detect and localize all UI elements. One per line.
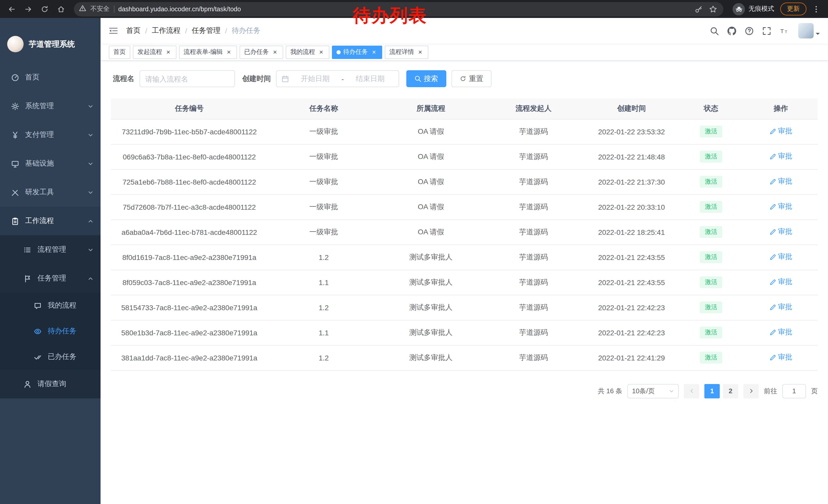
tab-close-icon[interactable]: × [272, 48, 279, 56]
process-name-label: 流程名 [113, 74, 134, 83]
prev-page-button[interactable] [684, 384, 699, 398]
start-date-placeholder[interactable]: 开始日期 [292, 74, 338, 83]
tab-done-task[interactable]: 已办任务× [240, 45, 283, 59]
pencil-icon [769, 354, 776, 361]
sidebar-item-todo-task[interactable]: 待办任务 [0, 318, 100, 344]
tab-label: 已办任务 [244, 48, 269, 56]
page-button-2[interactable]: 2 [723, 384, 738, 398]
forward-icon[interactable] [22, 2, 35, 16]
main-area: 首页/工作流程/任务管理/待办任务 TT 首页发起流程×流程表单-编辑×已办任务… [100, 18, 828, 504]
approve-link[interactable]: 审批 [769, 353, 792, 362]
avatar[interactable] [798, 23, 814, 39]
kebab-menu-icon[interactable] [810, 2, 823, 16]
sidebar-item-label: 我的流程 [48, 301, 76, 310]
search-button[interactable]: 搜索 [406, 70, 446, 87]
tab-form-edit[interactable]: 流程表单-编辑× [179, 45, 237, 59]
font-size-icon[interactable]: TT [777, 24, 791, 38]
sidebar-collapse-icon[interactable] [109, 27, 118, 35]
refresh-icon[interactable] [38, 2, 51, 16]
goto-page-input[interactable] [782, 384, 806, 398]
star-icon[interactable] [708, 4, 718, 14]
sidebar-item-my-process[interactable]: 我的流程 [0, 293, 100, 318]
sidebar-menu: 首页系统管理支付管理基础设施研发工具工作流程流程管理任务管理我的流程待办任务已办… [0, 63, 100, 398]
sidebar-item-label: 任务管理 [37, 274, 66, 283]
sidebar-item-leave-query[interactable]: 请假查询 [0, 370, 100, 398]
process-cell: OA 请假 [380, 119, 482, 144]
approve-link[interactable]: 审批 [769, 202, 792, 212]
filter-form: 流程名 创建时间 开始日期 - 结束日期 搜索 [111, 70, 818, 87]
sidebar-item-system[interactable]: 系统管理 [0, 92, 100, 121]
tab-close-icon[interactable]: × [370, 48, 378, 56]
refresh-icon [460, 75, 466, 82]
app-frame: 芋道管理系统 首页系统管理支付管理基础设施研发工具工作流程流程管理任务管理我的流… [0, 18, 828, 504]
caret-down-icon [816, 33, 820, 37]
tab-home[interactable]: 首页 [109, 45, 130, 59]
next-page-button[interactable] [743, 384, 759, 398]
fullscreen-icon[interactable] [759, 24, 774, 38]
approve-label: 审批 [778, 227, 792, 237]
tab-close-icon[interactable]: × [165, 48, 172, 56]
process-name-input[interactable] [145, 75, 229, 83]
task-name-cell: 一级审批 [268, 194, 380, 220]
tab-process-detail[interactable]: 流程详情× [385, 45, 428, 59]
action-cell: 审批 [744, 169, 818, 194]
starter-cell: 芋道源码 [482, 119, 585, 144]
table-row: 75d72608-7b7f-11ec-a3c8-acde48001122一级审批… [111, 194, 818, 220]
back-icon[interactable] [5, 2, 18, 16]
process-cell: 测试多审批人 [380, 345, 482, 370]
sidebar-item-infrastructure[interactable]: 基础设施 [0, 149, 100, 178]
approve-link[interactable]: 审批 [769, 303, 792, 312]
sidebar-item-payment[interactable]: 支付管理 [0, 121, 100, 149]
question-icon[interactable] [742, 24, 756, 38]
breadcrumb-item[interactable]: 任务管理 [192, 26, 220, 35]
approve-link[interactable]: 审批 [769, 127, 792, 136]
approve-link[interactable]: 审批 [769, 177, 792, 186]
breadcrumb-item[interactable]: 首页 [126, 26, 140, 35]
date-range-field[interactable]: 开始日期 - 结束日期 [276, 70, 399, 87]
process-name-field[interactable] [139, 70, 235, 87]
action-cell: 审批 [744, 295, 818, 320]
sidebar-item-done-task[interactable]: 已办任务 [0, 344, 100, 370]
app-title: 芋道管理系统 [29, 39, 75, 49]
status-cell: 激活 [678, 220, 744, 244]
sidebar-item-devtools[interactable]: 研发工具 [0, 178, 100, 207]
task-id-cell: 73211d9d-7b9b-11ec-b5b7-acde48001122 [111, 119, 268, 144]
approve-label: 审批 [778, 278, 792, 287]
approve-link[interactable]: 审批 [769, 278, 792, 287]
github-icon[interactable] [724, 24, 739, 38]
sidebar-item-workflow[interactable]: 工作流程 [0, 207, 100, 235]
tab-close-icon[interactable]: × [318, 48, 325, 56]
breadcrumb-item[interactable]: 工作流程 [152, 26, 180, 35]
approve-link[interactable]: 审批 [769, 253, 792, 262]
approve-link[interactable]: 审批 [769, 227, 792, 237]
update-button[interactable]: 更新 [780, 3, 806, 15]
tools-icon [10, 188, 19, 196]
page-button-1[interactable]: 1 [704, 384, 720, 398]
chevron-up-icon [88, 276, 93, 281]
sidebar-item-process-mgmt[interactable]: 流程管理 [0, 235, 100, 264]
sidebar-item-label: 研发工具 [25, 188, 54, 197]
search-icon[interactable] [707, 24, 721, 38]
tab-my-process[interactable]: 我的流程× [286, 45, 329, 59]
table-row: 069c6a63-7b8a-11ec-8ef0-acde48001122一级审批… [111, 144, 818, 169]
status-cell: 激活 [678, 295, 744, 320]
tab-close-icon[interactable]: × [225, 48, 233, 56]
sidebar-item-home[interactable]: 首页 [0, 63, 100, 92]
incognito-glyph-icon [735, 5, 743, 13]
approve-link[interactable]: 审批 [769, 152, 792, 161]
home-icon[interactable] [54, 2, 68, 16]
starter-cell: 芋道源码 [482, 270, 585, 295]
key-icon[interactable] [694, 4, 704, 14]
user-menu[interactable] [798, 23, 820, 39]
tab-todo-task[interactable]: 待办任务× [332, 45, 382, 59]
tab-start-process[interactable]: 发起流程× [133, 45, 176, 59]
column-header: 任务名称 [268, 98, 380, 119]
process-cell: 测试多审批人 [380, 244, 482, 270]
status-cell: 激活 [678, 270, 744, 295]
tab-close-icon[interactable]: × [417, 48, 424, 56]
page-size-select[interactable]: 10条/页 [627, 384, 679, 398]
sidebar-item-task-mgmt[interactable]: 任务管理 [0, 264, 100, 293]
reset-button[interactable]: 重置 [451, 70, 492, 87]
end-date-placeholder[interactable]: 结束日期 [347, 74, 394, 83]
approve-link[interactable]: 审批 [769, 328, 792, 337]
